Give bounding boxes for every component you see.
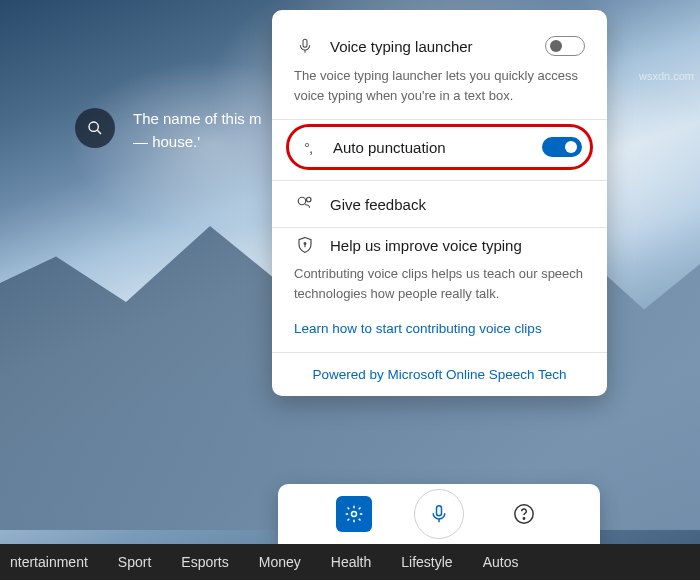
mic-icon <box>429 501 449 527</box>
give-feedback-label: Give feedback <box>330 196 585 213</box>
svg-rect-2 <box>303 39 307 47</box>
help-button[interactable] <box>506 496 542 532</box>
nav-item[interactable]: Esports <box>181 554 228 570</box>
voice-typing-toolbar <box>278 484 600 544</box>
nav-item[interactable]: Money <box>259 554 301 570</box>
feedback-icon <box>294 195 316 213</box>
nav-item[interactable]: Autos <box>483 554 519 570</box>
gear-icon <box>344 504 364 524</box>
toggle-knob <box>565 141 577 153</box>
svg-line-1 <box>97 130 101 134</box>
nav-item[interactable]: Lifestyle <box>401 554 452 570</box>
bottom-nav: ntertainment Sport Esports Money Health … <box>0 544 700 580</box>
auto-punctuation-highlight: °, Auto punctuation <box>286 124 593 170</box>
auto-punctuation-label: Auto punctuation <box>333 139 528 156</box>
search-button[interactable] <box>75 108 115 148</box>
help-icon <box>513 503 535 525</box>
svg-point-12 <box>523 518 524 519</box>
improve-voice-typing-desc: Contributing voice clips helps us teach … <box>294 262 585 317</box>
improve-voice-typing-label: Help us improve voice typing <box>330 237 585 254</box>
shield-icon <box>294 236 316 254</box>
nav-item[interactable]: Health <box>331 554 371 570</box>
settings-button[interactable] <box>336 496 372 532</box>
desktop-search-widget: The name of this m— house.' <box>75 108 273 153</box>
voice-typing-settings-panel: Voice typing launcher The voice typing l… <box>272 10 607 396</box>
search-icon <box>87 120 103 136</box>
voice-typing-launcher-desc: The voice typing launcher lets you quick… <box>294 64 585 119</box>
nav-item[interactable]: ntertainment <box>10 554 88 570</box>
nav-item[interactable]: Sport <box>118 554 151 570</box>
punctuation-icon: °, <box>297 139 319 156</box>
voice-typing-launcher-item: Voice typing launcher The voice typing l… <box>272 28 607 119</box>
svg-point-4 <box>298 197 306 205</box>
svg-point-8 <box>352 512 357 517</box>
svg-point-0 <box>89 122 98 131</box>
improve-voice-typing-item: Help us improve voice typing Contributin… <box>272 228 607 352</box>
divider <box>272 119 607 120</box>
voice-typing-launcher-toggle[interactable] <box>545 36 585 56</box>
voice-typing-launcher-label: Voice typing launcher <box>330 38 531 55</box>
mic-icon <box>294 36 316 56</box>
svg-point-5 <box>307 197 312 202</box>
contributing-voice-clips-link[interactable]: Learn how to start contributing voice cl… <box>294 317 585 352</box>
panel-footer[interactable]: Powered by Microsoft Online Speech Tech <box>272 352 607 396</box>
microphone-button[interactable] <box>414 489 464 539</box>
give-feedback-item[interactable]: Give feedback <box>272 181 607 227</box>
svg-point-6 <box>304 243 306 245</box>
watermark: wsxdn.com <box>639 70 694 82</box>
svg-rect-9 <box>437 506 442 516</box>
search-result-text: The name of this m— house.' <box>133 108 273 153</box>
auto-punctuation-toggle[interactable] <box>542 137 582 157</box>
toggle-knob <box>550 40 562 52</box>
